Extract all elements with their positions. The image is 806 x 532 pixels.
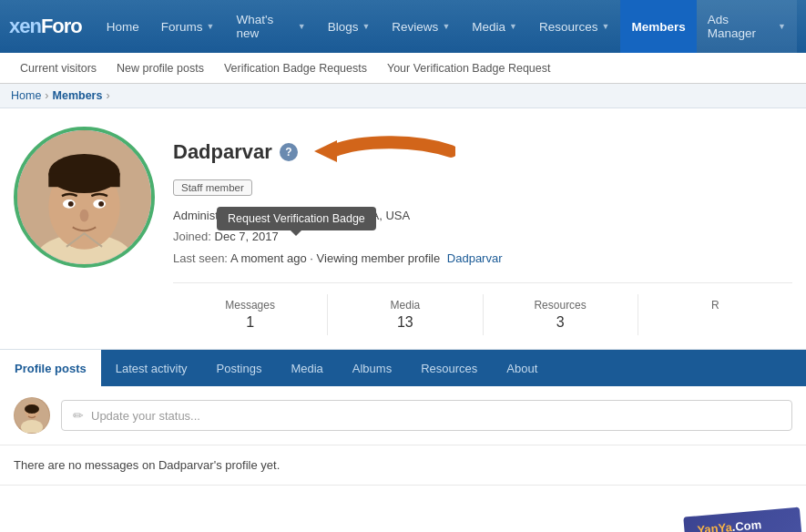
forums-arrow-icon: ▼ xyxy=(207,22,215,31)
last-seen-label: Last seen: xyxy=(173,251,228,265)
avatar xyxy=(17,130,151,264)
profile-info: Dadparvar ? Staff member xyxy=(173,127,792,335)
watermark: YanYa.Com LoveNulled.com xyxy=(683,507,803,532)
tab-media[interactable]: Media xyxy=(276,350,337,386)
breadcrumb-sep2: › xyxy=(106,89,109,102)
nav-item-whats-new[interactable]: What's new ▼ xyxy=(226,0,317,53)
media-arrow-icon: ▼ xyxy=(509,22,517,31)
stat-resources-label: Resources xyxy=(493,299,628,312)
breadcrumb: Home › Members › xyxy=(0,84,806,108)
stat-r: R xyxy=(638,294,792,335)
nav-reviews-label: Reviews xyxy=(392,20,438,34)
stat-messages: Messages 1 xyxy=(173,294,328,335)
subnav-new-profile-posts[interactable]: New profile posts xyxy=(107,56,213,80)
small-avatar-svg xyxy=(15,398,49,433)
stat-resources-value: 3 xyxy=(493,314,628,331)
pencil-icon: ✏ xyxy=(73,408,84,423)
tab-postings[interactable]: Postings xyxy=(202,350,277,386)
nav-item-members[interactable]: Members xyxy=(620,0,696,53)
profile-tabs: Profile posts Latest activity Postings M… xyxy=(0,350,806,386)
content-area: ✏ Update your status... There are no mes… xyxy=(0,386,806,532)
nav-item-resources[interactable]: Resources ▼ xyxy=(528,0,620,53)
last-seen-action: · Viewing member profile xyxy=(310,251,440,265)
resources-arrow-icon: ▼ xyxy=(602,22,610,31)
nav-item-reviews[interactable]: Reviews ▼ xyxy=(381,0,461,53)
nav-blogs-label: Blogs xyxy=(328,20,359,34)
svg-point-17 xyxy=(34,411,36,414)
svg-point-9 xyxy=(98,200,104,206)
tab-profile-posts[interactable]: Profile posts xyxy=(0,350,101,386)
stat-media: Media 13 xyxy=(328,294,483,335)
avatar-svg xyxy=(17,130,151,264)
username: Dadparvar xyxy=(173,140,272,164)
site-logo[interactable]: xenForo xyxy=(9,0,82,53)
profile-header: Dadparvar ? Staff member xyxy=(14,127,792,335)
stat-resources: Resources 3 xyxy=(484,294,638,335)
staff-badge: Staff member xyxy=(173,179,252,196)
svg-point-8 xyxy=(68,200,74,206)
svg-point-16 xyxy=(28,411,31,414)
sub-navigation: Current visitors New profile posts Verif… xyxy=(0,53,806,84)
tab-about[interactable]: About xyxy=(492,350,552,386)
status-input-row: ✏ Update your status... xyxy=(0,386,806,445)
svg-marker-12 xyxy=(314,140,337,162)
profile-last-seen: Last seen: A moment ago · Viewing member… xyxy=(173,248,792,269)
stat-r-label: R xyxy=(648,299,783,312)
whats-new-arrow-icon: ▼ xyxy=(298,22,306,31)
tab-latest-activity[interactable]: Latest activity xyxy=(101,350,202,386)
nav-item-blogs[interactable]: Blogs ▼ xyxy=(317,0,382,53)
orange-arrow xyxy=(310,131,455,172)
blogs-arrow-icon: ▼ xyxy=(362,22,370,31)
watermark-line2: .Com xyxy=(731,517,762,532)
stats-row: Messages 1 Media 13 Resources 3 R xyxy=(173,282,792,335)
nav-item-ads-manager[interactable]: Ads Manager ▼ xyxy=(697,0,797,53)
no-messages-label: There are no messages on Dadparvar's pro… xyxy=(14,458,280,472)
profile-container: Request Verification Badge xyxy=(0,108,806,350)
logo-foro: Foro xyxy=(41,15,82,38)
joined-label: Joined: xyxy=(173,230,211,243)
ads-arrow-icon: ▼ xyxy=(778,22,786,31)
nav-item-media[interactable]: Media ▼ xyxy=(461,0,528,53)
nav-items-container: Home Forums ▼ What's new ▼ Blogs ▼ Revie… xyxy=(96,0,797,53)
username-row: Dadparvar ? xyxy=(173,131,792,172)
tab-albums[interactable]: Albums xyxy=(338,350,406,386)
reviews-arrow-icon: ▼ xyxy=(442,22,450,31)
nav-item-forums[interactable]: Forums ▼ xyxy=(150,0,226,53)
breadcrumb-members[interactable]: Members xyxy=(53,89,103,102)
help-icon[interactable]: ? xyxy=(280,143,298,161)
verification-tooltip: Request Verification Badge xyxy=(217,207,376,230)
nav-forums-label: Forums xyxy=(161,20,203,34)
no-messages-text: There are no messages on Dadparvar's pro… xyxy=(0,445,806,486)
subnav-verification-badge[interactable]: Verification Badge Requests xyxy=(215,56,376,80)
subnav-current-visitors[interactable]: Current visitors xyxy=(11,56,106,80)
stat-messages-label: Messages xyxy=(182,299,318,312)
breadcrumb-sep1: › xyxy=(45,89,48,102)
nav-media-label: Media xyxy=(472,20,505,34)
nav-resources-label: Resources xyxy=(539,20,598,34)
stat-media-value: 13 xyxy=(337,314,473,331)
tooltip-text: Request Verification Badge xyxy=(228,212,365,225)
breadcrumb-home[interactable]: Home xyxy=(11,89,41,102)
svg-rect-5 xyxy=(48,173,119,187)
small-avatar xyxy=(14,397,50,434)
nav-item-home[interactable]: Home xyxy=(96,0,150,53)
stat-media-label: Media xyxy=(337,299,473,312)
svg-point-15 xyxy=(25,404,39,414)
watermark-line1: YanYa xyxy=(696,520,731,532)
watermark-area: YanYa.Com LoveNulled.com xyxy=(0,486,806,532)
last-seen-time: A moment ago xyxy=(230,251,307,265)
status-placeholder: Update your status... xyxy=(91,409,200,423)
last-seen-link[interactable]: Dadparvar xyxy=(447,251,503,265)
subnav-your-verification[interactable]: Your Verification Badge Request xyxy=(378,56,560,80)
avatar-container xyxy=(14,127,155,268)
top-navigation: xenForo Home Forums ▼ What's new ▼ Blogs… xyxy=(0,0,806,53)
svg-point-10 xyxy=(80,209,89,221)
stat-messages-value: 1 xyxy=(182,314,318,331)
logo-xen: xen xyxy=(9,15,41,38)
joined-date: Dec 7, 2017 xyxy=(215,230,279,243)
tab-resources[interactable]: Resources xyxy=(406,350,492,386)
nav-ads-label: Ads Manager xyxy=(708,13,774,40)
nav-whats-new-label: What's new xyxy=(237,13,294,40)
status-input[interactable]: ✏ Update your status... xyxy=(61,400,792,431)
